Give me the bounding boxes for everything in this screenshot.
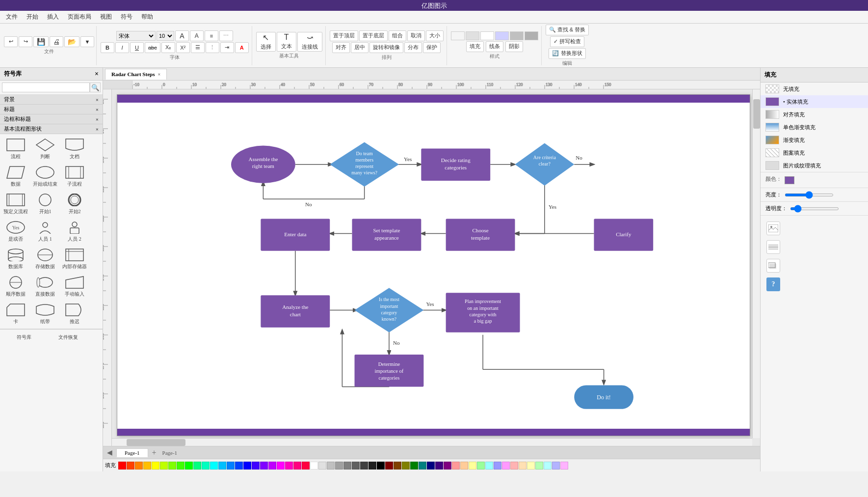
send-back-button[interactable]: 置于底层 [359,30,388,41]
text-tool-button[interactable]: T 文本 [277,32,296,52]
color-maroon[interactable] [385,462,393,469]
color-darker-gray[interactable] [360,462,368,469]
shape-parallelogram[interactable]: 数据 [2,164,29,189]
color-yellow-green[interactable] [160,462,168,469]
color-blue[interactable] [235,462,243,469]
more-button[interactable]: ▼ [80,36,94,47]
color-dark-purple[interactable] [435,462,443,469]
fill-texture[interactable]: 图片或纹理填充 [761,159,868,172]
tab-radar-chart[interactable]: Radar Chart Steps × [105,69,167,80]
color-medium-gray[interactable] [335,462,343,469]
shape-person2[interactable]: 人员 2 [61,219,88,244]
open-button[interactable]: 📂 [64,36,79,47]
shape-predef[interactable]: 预定义流程 [2,191,29,217]
color-crimson[interactable] [302,462,310,469]
color-magenta[interactable] [277,462,285,469]
sidebar-cat-basic-flow[interactable]: 基本流程图形状 × [0,124,103,134]
color-pink-hot[interactable] [285,462,293,469]
page-tab-1[interactable]: Page-1 [116,448,148,457]
font-family-select[interactable]: 宋体 [116,31,156,41]
vscroll-thumb[interactable] [753,99,760,129]
font-shrink-button[interactable]: A [190,30,204,41]
color-white[interactable] [310,462,318,469]
page-nav-left[interactable]: ◀ [105,448,114,457]
underline-button[interactable]: U [130,42,144,53]
shape-delay[interactable]: 推迟 [61,301,88,327]
shape-storage[interactable]: 存储数据 [31,246,59,272]
color-yellow[interactable] [152,462,159,469]
menu-insert[interactable]: 插入 [43,11,63,23]
menu-help[interactable]: 帮助 [137,11,157,23]
color-salmon[interactable] [510,462,518,469]
shape-start2[interactable]: 开始2 [61,191,88,217]
sidebar-cat-border-close[interactable]: × [96,116,99,122]
align-button2[interactable]: 对齐 [332,42,350,53]
line-style-button[interactable]: 线条 [486,41,503,52]
color-rose[interactable] [293,462,301,469]
save-button[interactable]: 💾 [33,36,49,47]
ungroup-button[interactable]: 取消 [407,30,425,41]
color-light-pink[interactable] [452,462,460,469]
center-button[interactable]: 居中 [351,42,368,53]
shape-cylinder[interactable]: 数据库 [2,246,29,272]
menu-file[interactable]: 文件 [2,11,22,23]
color-black[interactable] [377,462,385,469]
color-peach[interactable] [460,462,468,469]
color-orange[interactable] [135,462,143,469]
color-teal[interactable] [419,462,426,469]
shape-direct[interactable]: 直接数据 [31,274,59,299]
subscript-button[interactable]: X₂ [161,42,175,53]
color-mint2[interactable] [535,462,543,469]
numberedlist-button[interactable]: ⋮ [206,42,219,53]
color-light-green[interactable] [477,462,485,469]
sidebar-cat-basic-flow-close[interactable]: × [96,126,99,132]
fill-none[interactable]: 无填充 [761,83,868,95]
shape-manual[interactable]: 手动输入 [61,274,88,299]
shape-restore[interactable]: 文件恢复 [46,331,90,342]
menu-view[interactable]: 视图 [96,11,116,23]
color-periwinkle[interactable] [494,462,501,469]
color-darkest-gray[interactable] [368,462,376,469]
color-apricot[interactable] [519,462,526,469]
sidebar-cat-border[interactable]: 边框和标题 × [0,114,103,124]
connector-tool-button[interactable]: ⤻ 连接线 [297,32,322,52]
color-lavender[interactable] [552,462,560,469]
shape-yesno[interactable]: Yes 是或否 [2,219,29,244]
right-icon-help[interactable]: ? [766,277,780,291]
sidebar-cat-label[interactable]: 标题 × [0,105,103,114]
rotate-button[interactable]: 旋转和镜像 [369,42,403,53]
menu-symbol[interactable]: 符号 [117,11,136,23]
color-navy[interactable] [427,462,435,469]
color-light-magenta[interactable] [502,462,510,469]
bring-front-button[interactable]: 置于顶层 [330,30,358,41]
protect-button[interactable]: 保护 [423,42,441,53]
strikethrough-button[interactable]: abc [145,42,160,53]
shape-diamond[interactable]: 判断 [31,136,59,162]
menu-page-layout[interactable]: 页面布局 [64,11,95,23]
right-icon-shadow[interactable] [766,259,780,273]
color-gray[interactable] [343,462,351,469]
redo-button[interactable]: ↪ [19,36,32,47]
shadow-button[interactable]: 阴影 [505,41,523,52]
color-light-yellow[interactable] [469,462,476,469]
hscroll-track[interactable] [112,438,752,446]
color-light-gray[interactable] [318,462,326,469]
shape-doc[interactable]: 文档 [61,136,88,162]
font-grow-button[interactable]: A [175,30,189,41]
fill-pattern[interactable]: 图案填充 [761,146,868,159]
fill-align[interactable]: 对齐填充 [761,108,868,121]
color-light-cyan[interactable] [485,462,493,469]
color-violet[interactable] [260,462,268,469]
distribute-button[interactable]: 分布 [404,42,422,53]
fill-gradient2[interactable]: 渐变填充 [761,134,868,146]
page-add-button[interactable]: + [150,448,158,457]
color-dark-green[interactable] [410,462,418,469]
sidebar-cat-label-close[interactable]: × [96,107,99,112]
fill-gradient1[interactable]: 单色渐变填充 [761,121,868,134]
color-light-violet[interactable] [560,462,568,469]
fill-solid[interactable]: • 实体填充 [761,95,868,108]
color-light-cyan2[interactable] [544,462,552,469]
color-swatch[interactable] [785,176,794,184]
sidebar-search-button[interactable]: 🔍 [90,83,101,92]
color-sky-blue[interactable] [218,462,226,469]
